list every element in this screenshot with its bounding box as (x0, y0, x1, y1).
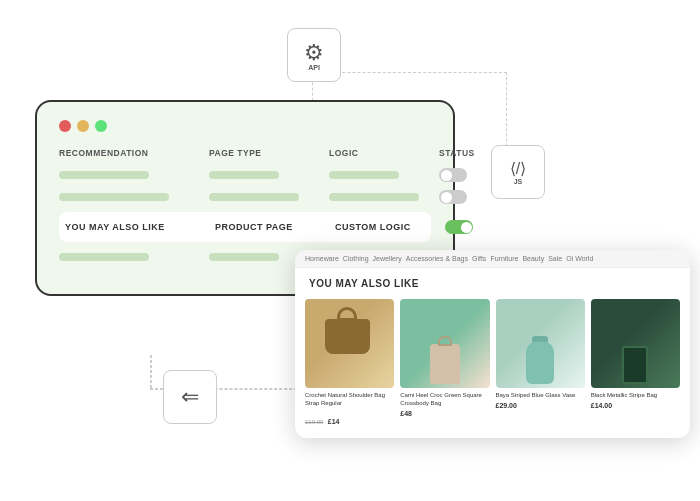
js-label: JS (514, 178, 523, 185)
row-rec-text: YOU MAY ALSO LIKE (65, 222, 215, 232)
bag-handle (438, 336, 452, 346)
dark-bag-shape (622, 346, 648, 384)
nav-oi-world[interactable]: Oi World (566, 255, 593, 262)
row-bar-rec (59, 253, 149, 261)
connector-line (150, 355, 152, 388)
row-bar-rec (59, 171, 149, 179)
basket-body (325, 319, 370, 354)
bag-shape (430, 344, 460, 384)
table-row (59, 168, 431, 182)
product-price: £14 (328, 418, 340, 425)
toggle-knob (441, 170, 452, 181)
product-image-inner (305, 299, 394, 388)
row-logic-text: CUSTOM LOGIC (335, 222, 445, 232)
product-image (591, 299, 680, 388)
product-name: Crochet Natural Shoulder Bag Strap Regul… (305, 392, 394, 408)
toggle-knob (441, 192, 452, 203)
scene: ⚙ API ⟨/⟩ JS ⇐ RECOMMENDATION PAGE TYPE … (0, 0, 700, 501)
connector-line (312, 72, 507, 73)
product-name: Black Metallic Stripe Bag (591, 392, 680, 400)
nav-gifts[interactable]: Gifts (472, 255, 486, 262)
product-price: £29.00 (496, 402, 585, 409)
product-card: Cami Heel Croc Green Square Crossbody Ba… (400, 299, 489, 428)
row-bar-logic (329, 193, 419, 201)
nav-homeware[interactable]: Homeware (305, 255, 339, 262)
product-name: Cami Heel Croc Green Square Crossbody Ba… (400, 392, 489, 408)
traffic-lights (59, 120, 431, 132)
row-page-text: PRODUCT PAGE (215, 222, 335, 232)
toggle-off[interactable] (439, 168, 467, 182)
products-row: Crochet Natural Shoulder Bag Strap Regul… (295, 293, 690, 438)
product-card: Crochet Natural Shoulder Bag Strap Regul… (305, 299, 394, 428)
nav-furniture[interactable]: Furniture (490, 255, 518, 262)
product-card: Baya Striped Blue Glass Vase £29.00 (496, 299, 585, 428)
row-bar-page (209, 253, 279, 261)
table-row (59, 190, 431, 204)
api-icon-box: ⚙ API (287, 28, 341, 82)
table-header: RECOMMENDATION PAGE TYPE LOGIC STATUS (59, 148, 431, 158)
row-bar-logic (329, 171, 399, 179)
row-bar-page (209, 193, 299, 201)
code-icon: ⟨/⟩ (510, 159, 526, 178)
toggle-off[interactable] (439, 190, 467, 204)
col-page-type: PAGE TYPE (209, 148, 329, 158)
product-image (496, 299, 585, 388)
toggle-knob (461, 222, 472, 233)
product-price: £14.00 (591, 402, 680, 409)
close-dot (59, 120, 71, 132)
vase-shape (526, 340, 554, 384)
toggle-on[interactable] (445, 220, 473, 234)
product-prices: £19.00 £14 (305, 410, 394, 428)
api-label: API (308, 64, 320, 71)
nav-jewellery[interactable]: Jewellery (373, 255, 402, 262)
row-bar-page (209, 171, 279, 179)
nav-accessories[interactable]: Accessories & Bags (406, 255, 468, 262)
plug-icon: ⇐ (181, 384, 199, 410)
browser-nav: Homeware Clothing Jewellery Accessories … (295, 250, 690, 268)
vase-top (532, 336, 548, 342)
col-status: STATUS (439, 148, 519, 158)
minimize-dot (77, 120, 89, 132)
browser-panel: Homeware Clothing Jewellery Accessories … (295, 250, 690, 438)
plugin-icon-box: ⇐ (163, 370, 217, 424)
maximize-dot (95, 120, 107, 132)
gear-icon: ⚙ (304, 40, 324, 66)
product-card: Black Metallic Stripe Bag £14.00 (591, 299, 680, 428)
product-old-price: £19.00 (305, 419, 323, 425)
basket-shape-wrapper (325, 319, 375, 369)
nav-clothing[interactable]: Clothing (343, 255, 369, 262)
product-price: £48 (400, 410, 489, 417)
col-logic: LOGIC (329, 148, 439, 158)
product-name: Baya Striped Blue Glass Vase (496, 392, 585, 400)
product-image (400, 299, 489, 388)
product-image (305, 299, 394, 388)
col-recommendation: RECOMMENDATION (59, 148, 209, 158)
basket-handle (337, 307, 357, 321)
row-bar-rec (59, 193, 169, 201)
nav-sale[interactable]: Sale (548, 255, 562, 262)
highlighted-table-row: YOU MAY ALSO LIKE PRODUCT PAGE CUSTOM LO… (59, 212, 431, 242)
nav-beauty[interactable]: Beauty (522, 255, 544, 262)
you-may-also-like-title: YOU MAY ALSO LIKE (295, 268, 690, 293)
